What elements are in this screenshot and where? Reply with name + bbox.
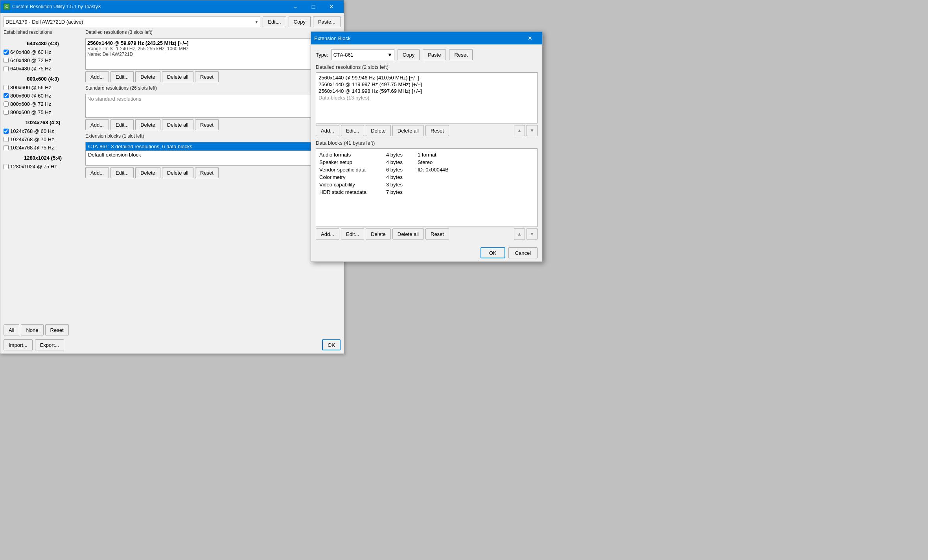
checkbox-1280-75[interactable] (4, 164, 9, 169)
export-button[interactable]: Export... (35, 339, 64, 350)
db-info-2: Stereo (418, 159, 534, 165)
dialog-cancel-button[interactable]: Cancel (508, 247, 538, 258)
db-bytes-2: 4 bytes (386, 159, 418, 165)
edit-button[interactable]: Edit... (263, 16, 286, 27)
checkbox-1024-75[interactable] (4, 145, 9, 150)
extension-add-button[interactable]: Add... (85, 167, 109, 178)
db-info-3: ID: 0x00044B (418, 167, 534, 173)
db-bytes-6: 7 bytes (386, 189, 418, 195)
detailed-add-button[interactable]: Add... (85, 71, 109, 82)
group-title-1024: 1024x768 (4:3) (4, 120, 82, 125)
db-move-up-icon[interactable]: ▲ (514, 228, 525, 239)
dialog-db-edit-button[interactable]: Edit... (341, 228, 364, 239)
dialog-detailed-reset-button[interactable]: Reset (425, 125, 449, 136)
detailed-delete-all-button[interactable]: Delete all (162, 71, 193, 82)
list-item: Video capability 3 bytes (319, 181, 534, 188)
dialog-reset-button[interactable]: Reset (449, 49, 473, 60)
dialog-detailed-delete-all-button[interactable]: Delete all (392, 125, 424, 136)
move-down-icon[interactable]: ▼ (527, 125, 538, 136)
label-800-56: 800x600 @ 56 Hz (10, 85, 51, 90)
list-item[interactable]: Default extension block (86, 151, 340, 159)
list-item: 640x480 @ 72 Hz (4, 57, 82, 64)
db-bytes-1: 4 bytes (386, 152, 418, 158)
dialog-detailed-res-box: 2560x1440 @ 99.946 Hz (410.50 MHz) [+/–]… (316, 72, 538, 123)
close-button[interactable]: ✕ (322, 0, 341, 13)
checkbox-640-75[interactable] (4, 66, 9, 71)
checkbox-640-60[interactable] (4, 50, 9, 55)
dialog-res-line-3: 2560x1440 @ 143.998 Hz (597.69 MHz) [+/–… (319, 88, 535, 94)
list-item: 800x600 @ 75 Hz (4, 109, 82, 116)
db-name-3: Vendor-specific data (319, 167, 386, 173)
db-info-5 (418, 182, 534, 188)
extension-delete-button[interactable]: Delete (135, 167, 160, 178)
dialog-detailed-section: Detailed resolutions (2 slots left) 2560… (316, 64, 538, 136)
detailed-resolutions-section: Detailed resolutions (3 slots left) 2560… (85, 29, 341, 82)
db-name-1: Audio formats (319, 152, 386, 158)
label-640-72: 640x480 @ 72 Hz (10, 57, 51, 63)
label-800-75: 800x600 @ 75 Hz (10, 109, 51, 115)
move-up-icon[interactable]: ▲ (514, 125, 525, 136)
type-label: Type: (316, 52, 328, 58)
standard-add-button[interactable]: Add... (85, 119, 109, 130)
db-info-4 (418, 174, 534, 180)
chevron-down-icon: ▼ (254, 20, 258, 24)
standard-delete-button[interactable]: Delete (135, 119, 160, 130)
list-item: 800x600 @ 72 Hz (4, 101, 82, 107)
dialog-close-button[interactable]: ✕ (521, 32, 539, 44)
extension-delete-all-button[interactable]: Delete all (162, 167, 193, 178)
detailed-button-row: Add... Edit... Delete Delete all Reset (85, 71, 341, 82)
detailed-resolutions-title: Detailed resolutions (3 slots left) (85, 29, 341, 35)
standard-reset-button[interactable]: Reset (195, 119, 219, 130)
none-button[interactable]: None (21, 324, 43, 335)
dialog-paste-button[interactable]: Paste (423, 49, 446, 60)
paste-button[interactable]: Paste... (313, 16, 341, 27)
checkbox-800-72[interactable] (4, 101, 9, 107)
group-title-800: 800x600 (4:3) (4, 76, 82, 82)
dialog-detailed-edit-button[interactable]: Edit... (341, 125, 364, 136)
dialog-detailed-add-button[interactable]: Add... (316, 125, 339, 136)
detailed-edit-button[interactable]: Edit... (110, 71, 134, 82)
detailed-secondary-line-1: Range limits: 1-240 Hz, 255-255 kHz, 106… (87, 46, 339, 52)
all-button[interactable]: All (4, 324, 19, 335)
checkbox-800-60[interactable] (4, 93, 9, 98)
standard-delete-all-button[interactable]: Delete all (162, 119, 193, 130)
extension-reset-button[interactable]: Reset (195, 167, 219, 178)
checkbox-800-75[interactable] (4, 110, 9, 115)
dialog-copy-button[interactable]: Copy (398, 49, 420, 60)
db-name-4: Colorimetry (319, 174, 386, 180)
dialog-db-reset-button[interactable]: Reset (425, 228, 449, 239)
dialog-db-delete-all-button[interactable]: Delete all (392, 228, 424, 239)
checkbox-1024-70[interactable] (4, 137, 9, 142)
dialog-db-delete-button[interactable]: Delete (366, 228, 391, 239)
list-item[interactable]: CTA-861: 3 detailed resolutions, 6 data … (86, 142, 340, 151)
dialog-detailed-delete-button[interactable]: Delete (366, 125, 391, 136)
type-row: Type: CTA-861 ▼ Copy Paste Reset (316, 49, 538, 60)
type-select[interactable]: CTA-861 ▼ (331, 49, 394, 60)
checkbox-1024-60[interactable] (4, 129, 9, 134)
main-content: DELA179 - Dell AW2721D (active) ▼ Edit..… (0, 13, 344, 354)
dialog-bottom-bar: OK Cancel (311, 244, 542, 262)
maximize-button[interactable]: □ (304, 0, 322, 13)
import-button[interactable]: Import... (4, 339, 33, 350)
label-1024-60: 1024x768 @ 60 Hz (10, 128, 54, 134)
db-move-down-icon[interactable]: ▼ (527, 228, 538, 239)
extension-edit-button[interactable]: Edit... (110, 167, 134, 178)
copy-button[interactable]: Copy (289, 16, 311, 27)
detailed-reset-button[interactable]: Reset (195, 71, 219, 82)
monitor-select[interactable]: DELA179 - Dell AW2721D (active) ▼ (4, 16, 260, 27)
checkbox-640-72[interactable] (4, 58, 9, 63)
list-item: 1024x768 @ 60 Hz (4, 128, 82, 134)
main-ok-button[interactable]: OK (322, 339, 341, 350)
dialog-db-add-button[interactable]: Add... (316, 228, 339, 239)
list-item: HDR static metadata 7 bytes (319, 188, 534, 196)
reset-established-button[interactable]: Reset (45, 324, 69, 335)
label-1024-75: 1024x768 @ 75 Hz (10, 145, 54, 151)
standard-button-row: Add... Edit... Delete Delete all Reset (85, 119, 341, 130)
dialog-data-blocks-title: Data blocks (41 bytes left) (316, 140, 538, 146)
minimize-button[interactable]: – (286, 0, 304, 13)
detailed-delete-button[interactable]: Delete (135, 71, 160, 82)
standard-edit-button[interactable]: Edit... (110, 119, 134, 130)
list-item: Audio formats 4 bytes 1 format (319, 151, 534, 158)
checkbox-800-56[interactable] (4, 85, 9, 90)
dialog-ok-button[interactable]: OK (481, 247, 505, 258)
